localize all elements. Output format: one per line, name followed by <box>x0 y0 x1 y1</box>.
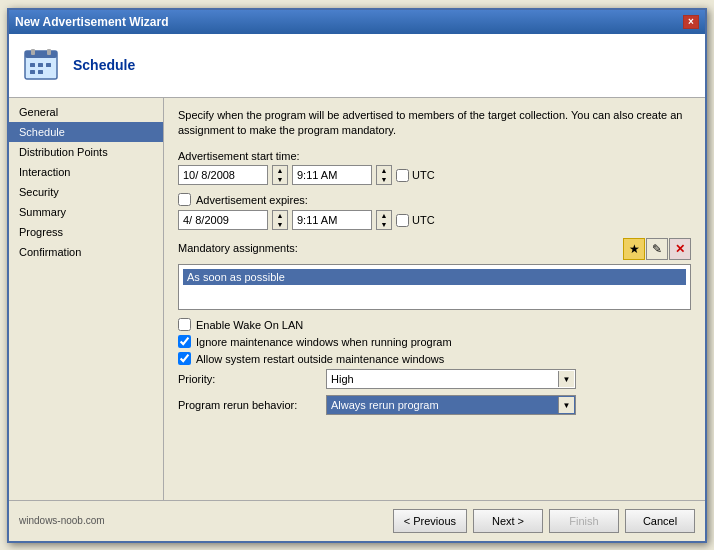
ad-expires-date-input[interactable] <box>178 210 268 230</box>
cancel-button[interactable]: Cancel <box>625 509 695 533</box>
schedule-wizard-icon <box>23 47 59 83</box>
star-icon: ★ <box>629 242 640 256</box>
priority-dropdown-wrap: Low Medium High ▼ <box>326 369 576 389</box>
spin-down-icon[interactable]: ▼ <box>377 220 391 229</box>
add-mandatory-button[interactable]: ★ <box>623 238 645 260</box>
ad-start-time-spin[interactable]: ▲ ▼ <box>376 165 392 185</box>
ignore-maint-label: Ignore maintenance windows when running … <box>196 336 452 348</box>
sidebar-item-confirmation[interactable]: Confirmation <box>9 242 163 262</box>
spin-down-icon[interactable]: ▼ <box>377 175 391 184</box>
ad-start-date-spin[interactable]: ▲ ▼ <box>272 165 288 185</box>
svg-rect-7 <box>30 70 35 74</box>
enable-wol-label: Enable Wake On LAN <box>196 319 303 331</box>
ad-start-date-input[interactable] <box>178 165 268 185</box>
ad-expires-label: Advertisement expires: <box>196 194 308 206</box>
mandatory-toolbar: ★ ✎ ✕ <box>623 238 691 260</box>
ad-expires-checkbox-wrap: Advertisement expires: <box>178 193 691 206</box>
ad-start-row: ▲ ▼ ▲ ▼ UTC <box>178 165 691 185</box>
delete-mandatory-button[interactable]: ✕ <box>669 238 691 260</box>
header-area: Schedule <box>9 34 705 98</box>
spin-down-icon[interactable]: ▼ <box>273 220 287 229</box>
dialog-title: New Advertisement Wizard <box>15 15 169 29</box>
svg-rect-6 <box>46 63 51 67</box>
svg-rect-5 <box>38 63 43 67</box>
main-area: General Schedule Distribution Points Int… <box>9 98 705 500</box>
ad-start-label: Advertisement start time: <box>178 150 691 162</box>
svg-rect-8 <box>38 70 43 74</box>
priority-row: Priority: Low Medium High ▼ <box>178 369 691 389</box>
mandatory-group: Mandatory assignments: ★ ✎ ✕ <box>178 238 691 310</box>
allow-restart-label: Allow system restart outside maintenance… <box>196 353 444 365</box>
sidebar: General Schedule Distribution Points Int… <box>9 98 164 500</box>
ignore-maint-checkbox[interactable] <box>178 335 191 348</box>
footer-buttons: < Previous Next > Finish Cancel <box>393 509 695 533</box>
sidebar-item-interaction[interactable]: Interaction <box>9 162 163 182</box>
ad-start-utc: UTC <box>396 169 435 182</box>
delete-icon: ✕ <box>675 242 685 256</box>
spin-up-icon[interactable]: ▲ <box>377 166 391 175</box>
description-text: Specify when the program will be adverti… <box>178 108 691 139</box>
edit-mandatory-button[interactable]: ✎ <box>646 238 668 260</box>
ad-start-time-input[interactable] <box>292 165 372 185</box>
rerun-dropdown[interactable]: Never rerun advertised program Always re… <box>326 395 576 415</box>
previous-button[interactable]: < Previous <box>393 509 467 533</box>
spin-up-icon[interactable]: ▲ <box>273 166 287 175</box>
mandatory-label: Mandatory assignments: <box>178 242 298 254</box>
rerun-label: Program rerun behavior: <box>178 399 318 411</box>
edit-icon: ✎ <box>652 242 662 256</box>
footer: windows-noob.com < Previous Next > Finis… <box>9 500 705 541</box>
rerun-dropdown-wrap: Never rerun advertised program Always re… <box>326 395 576 415</box>
ad-expires-time-input[interactable] <box>292 210 372 230</box>
ad-expires-utc: UTC <box>396 214 435 227</box>
dialog: New Advertisement Wizard × Schedule Gene… <box>7 8 707 543</box>
utc-label2: UTC <box>412 214 435 226</box>
content-area: Specify when the program will be adverti… <box>164 98 705 500</box>
sidebar-item-summary[interactable]: Summary <box>9 202 163 222</box>
mandatory-area: As soon as possible <box>178 264 691 310</box>
header-icon <box>21 45 61 85</box>
enable-wol-checkbox[interactable] <box>178 318 191 331</box>
title-bar: New Advertisement Wizard × <box>9 10 705 34</box>
svg-rect-2 <box>31 49 35 55</box>
ignore-maint-wrap: Ignore maintenance windows when running … <box>178 335 691 348</box>
watermark: windows-noob.com <box>19 515 105 526</box>
ad-start-utc-checkbox[interactable] <box>396 169 409 182</box>
ad-start-group: Advertisement start time: ▲ ▼ ▲ ▼ UTC <box>178 150 691 185</box>
mandatory-header: Mandatory assignments: ★ ✎ ✕ <box>178 238 691 260</box>
mandatory-item[interactable]: As soon as possible <box>183 269 686 285</box>
mandatory-list: As soon as possible <box>181 267 688 307</box>
ad-expires-utc-checkbox[interactable] <box>396 214 409 227</box>
sidebar-item-distribution-points[interactable]: Distribution Points <box>9 142 163 162</box>
ad-expires-date-spin[interactable]: ▲ ▼ <box>272 210 288 230</box>
priority-dropdown[interactable]: Low Medium High <box>326 369 576 389</box>
allow-restart-wrap: Allow system restart outside maintenance… <box>178 352 691 365</box>
ad-expires-checkbox[interactable] <box>178 193 191 206</box>
rerun-row: Program rerun behavior: Never rerun adve… <box>178 395 691 415</box>
svg-rect-4 <box>30 63 35 67</box>
spin-up-icon[interactable]: ▲ <box>377 211 391 220</box>
finish-button[interactable]: Finish <box>549 509 619 533</box>
sidebar-item-security[interactable]: Security <box>9 182 163 202</box>
sidebar-item-general[interactable]: General <box>9 102 163 122</box>
svg-rect-3 <box>47 49 51 55</box>
ad-expires-group: Advertisement expires: ▲ ▼ ▲ ▼ U <box>178 193 691 230</box>
priority-label: Priority: <box>178 373 318 385</box>
close-button[interactable]: × <box>683 15 699 29</box>
svg-rect-1 <box>25 51 57 58</box>
ad-expires-time-spin[interactable]: ▲ ▼ <box>376 210 392 230</box>
spin-up-icon[interactable]: ▲ <box>273 211 287 220</box>
next-button[interactable]: Next > <box>473 509 543 533</box>
allow-restart-checkbox[interactable] <box>178 352 191 365</box>
header-title: Schedule <box>73 57 135 73</box>
spin-down-icon[interactable]: ▼ <box>273 175 287 184</box>
enable-wol-wrap: Enable Wake On LAN <box>178 318 691 331</box>
sidebar-item-progress[interactable]: Progress <box>9 222 163 242</box>
sidebar-item-schedule[interactable]: Schedule <box>9 122 163 142</box>
ad-expires-row: ▲ ▼ ▲ ▼ UTC <box>178 210 691 230</box>
utc-label: UTC <box>412 169 435 181</box>
